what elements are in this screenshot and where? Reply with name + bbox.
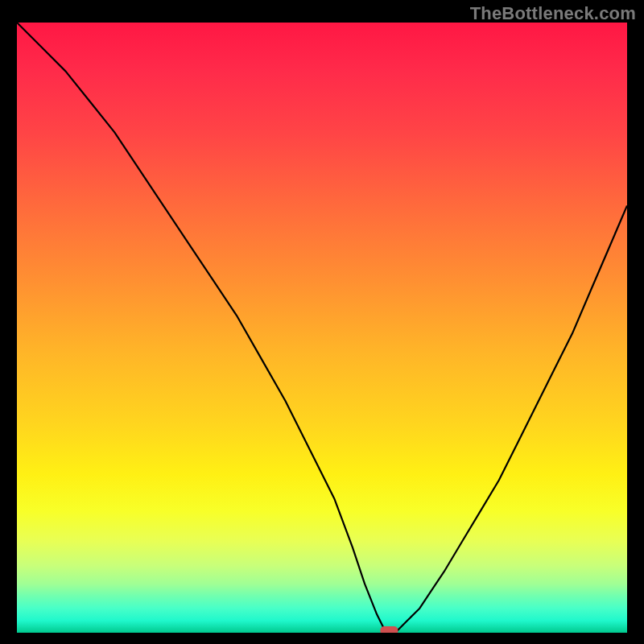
curve-right-branch	[395, 205, 627, 633]
plot-svg	[17, 23, 627, 633]
curve-left-branch	[17, 23, 395, 633]
minimum-marker	[380, 626, 398, 633]
chart-frame: TheBottleneck.com	[0, 0, 644, 644]
plot-area	[17, 23, 627, 633]
watermark-text: TheBottleneck.com	[470, 3, 636, 24]
